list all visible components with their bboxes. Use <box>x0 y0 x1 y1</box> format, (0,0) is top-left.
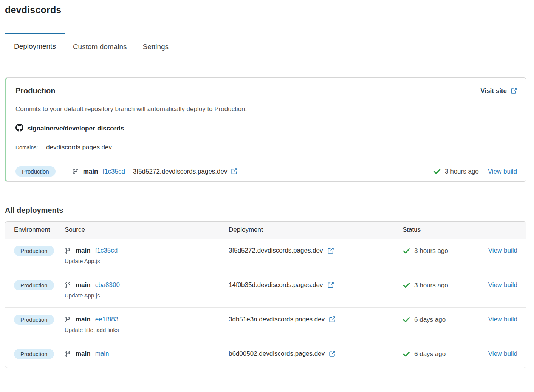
status-time: 6 days ago <box>414 316 446 324</box>
view-build-link[interactable]: View build <box>488 168 517 175</box>
deployment-url: 3db51e3a.devdiscords.pages.dev <box>229 316 325 323</box>
branch-name: main <box>83 168 98 175</box>
external-link-icon[interactable] <box>328 316 336 323</box>
commit-link[interactable]: cba8300 <box>95 281 120 289</box>
table-row: Production main ee1f883 Update title, ad… <box>5 308 526 342</box>
status-time: 3 hours ago <box>414 282 448 289</box>
view-build-link[interactable]: View build <box>488 247 517 254</box>
branch-name: main <box>76 316 91 323</box>
all-deployments-heading: All deployments <box>5 206 526 215</box>
deployment-url: 3f5d5272.devdiscords.pages.dev <box>229 247 323 254</box>
column-header-deployment: Deployment <box>229 226 402 234</box>
commit-link[interactable]: f1c35cd <box>102 168 125 175</box>
check-icon <box>433 167 441 175</box>
view-build-link[interactable]: View build <box>488 316 517 323</box>
view-build-link[interactable]: View build <box>488 281 517 288</box>
production-card-body: Production Visit site Commits to your de… <box>6 78 526 161</box>
status-time: 6 days ago <box>414 350 446 358</box>
external-link-icon <box>510 88 517 95</box>
external-link-icon[interactable] <box>327 247 334 254</box>
visit-site-link[interactable]: Visit site <box>480 87 517 95</box>
tab-settings[interactable]: Settings <box>135 34 176 60</box>
table-row: Production main f1c35cd Update App.js 3f… <box>5 239 526 273</box>
commit-link[interactable]: main <box>95 350 109 358</box>
production-deployment-row: Production main f1c35cd 3f5d5272.devdisc… <box>6 161 526 181</box>
commit-message: Update App.js <box>65 258 229 264</box>
commit-message: Update title, add links <box>65 327 229 333</box>
domains-value: devdiscords.pages.dev <box>46 144 112 151</box>
check-icon <box>402 247 410 255</box>
branch-name: main <box>76 247 91 254</box>
deployment-url: 3f5d5272.devdiscords.pages.dev <box>133 168 228 175</box>
visit-site-label: Visit site <box>480 87 507 95</box>
commit-link[interactable]: ee1f883 <box>95 316 118 323</box>
environment-badge: Production <box>14 349 54 359</box>
tab-bar: Deployments Custom domains Settings <box>5 33 526 60</box>
environment-badge: Production <box>14 280 54 290</box>
check-icon <box>402 316 410 324</box>
repo-row: signalnerve/developer-discords <box>15 124 517 133</box>
domains-label: Domains: <box>15 144 38 150</box>
column-header-status: Status <box>402 226 485 234</box>
table-row: Production main cba8300 Update App.js 14… <box>5 273 526 308</box>
column-header-actions <box>485 226 526 234</box>
table-row: Production main main b6d00502.devdiscord… <box>5 342 526 368</box>
deployments-table: Environment Source Deployment Status Pro… <box>5 221 526 368</box>
commit-link[interactable]: f1c35cd <box>95 247 118 254</box>
git-branch-icon <box>65 248 71 254</box>
git-branch-icon <box>65 351 71 357</box>
external-link-icon[interactable] <box>231 168 238 175</box>
production-description: Commits to your default repository branc… <box>15 105 517 113</box>
branch-name: main <box>76 350 91 358</box>
github-icon <box>15 124 23 133</box>
branch-name: main <box>76 281 91 289</box>
domains-row: Domains: devdiscords.pages.dev <box>15 144 517 151</box>
git-branch-icon <box>65 282 71 288</box>
column-header-source: Source <box>65 226 229 234</box>
environment-badge: Production <box>15 166 56 177</box>
environment-badge: Production <box>14 246 54 256</box>
check-icon <box>402 350 410 358</box>
page: devdiscords Deployments Custom domains S… <box>0 0 534 370</box>
external-link-icon[interactable] <box>327 282 334 289</box>
environment-badge: Production <box>14 315 54 325</box>
tab-deployments[interactable]: Deployments <box>5 33 65 60</box>
production-card-title: Production <box>15 87 56 95</box>
check-icon <box>402 281 410 289</box>
deployment-url: 14f0b35d.devdiscords.pages.dev <box>229 281 323 289</box>
view-build-link[interactable]: View build <box>488 350 517 357</box>
status-time: 3 hours ago <box>445 168 479 175</box>
repo-name[interactable]: signalnerve/developer-discords <box>27 125 124 132</box>
production-card: Production Visit site Commits to your de… <box>5 77 526 182</box>
tab-custom-domains[interactable]: Custom domains <box>65 34 135 60</box>
git-branch-icon <box>72 168 79 175</box>
page-title: devdiscords <box>5 5 526 15</box>
external-link-icon[interactable] <box>328 350 336 358</box>
git-branch-icon <box>65 316 71 323</box>
table-header: Environment Source Deployment Status <box>5 222 526 239</box>
commit-message: Update App.js <box>65 292 229 299</box>
deployment-url: b6d00502.devdiscords.pages.dev <box>229 350 325 358</box>
column-header-environment: Environment <box>5 226 65 234</box>
status-time: 3 hours ago <box>414 247 448 255</box>
